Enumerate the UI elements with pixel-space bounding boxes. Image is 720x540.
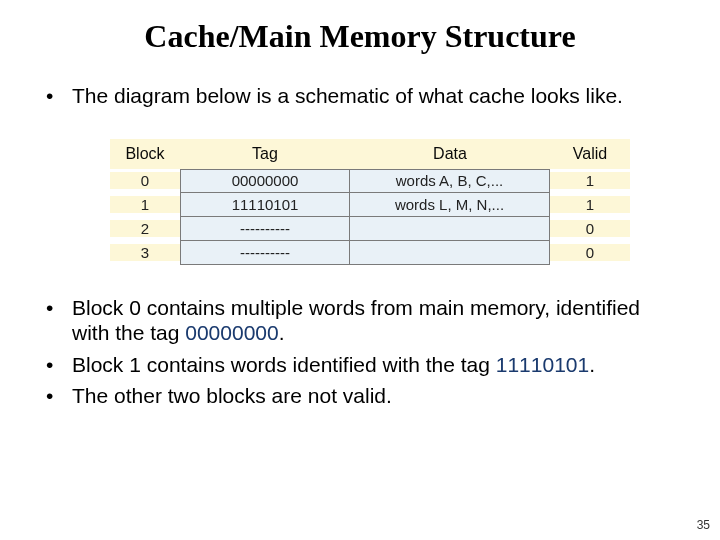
- note-text: Block 0 contains multiple words from mai…: [72, 296, 640, 345]
- intro-list: The diagram below is a schematic of what…: [40, 83, 680, 109]
- cell-tag: ----------: [180, 241, 350, 265]
- cell-data: [350, 217, 550, 241]
- cell-block: 0: [110, 172, 180, 189]
- cell-block: 3: [110, 244, 180, 261]
- slide-number: 35: [697, 518, 710, 532]
- cell-valid: 0: [550, 220, 630, 237]
- note-text: .: [589, 353, 595, 376]
- cell-tag: 00000000: [180, 169, 350, 193]
- cell-valid: 1: [550, 196, 630, 213]
- header-data: Data: [350, 145, 550, 163]
- table-row: 1 11110101 words L, M, N,... 1: [110, 193, 630, 217]
- cell-data: [350, 241, 550, 265]
- notes-list: Block 0 contains multiple words from mai…: [40, 295, 680, 409]
- note-text: Block 1 contains words identified with t…: [72, 353, 496, 376]
- intro-bullet: The diagram below is a schematic of what…: [40, 83, 680, 109]
- tag-literal: 00000000: [185, 321, 278, 344]
- cell-valid: 0: [550, 244, 630, 261]
- cell-data: words A, B, C,...: [350, 169, 550, 193]
- table-row: 3 ---------- 0: [110, 241, 630, 265]
- table-row: 0 00000000 words A, B, C,... 1: [110, 169, 630, 193]
- header-tag: Tag: [180, 145, 350, 163]
- cell-block: 1: [110, 196, 180, 213]
- note-bullet-2: The other two blocks are not valid.: [40, 383, 680, 409]
- note-bullet-1: Block 1 contains words identified with t…: [40, 352, 680, 378]
- cell-block: 2: [110, 220, 180, 237]
- slide-title: Cache/Main Memory Structure: [40, 18, 680, 55]
- header-block: Block: [110, 145, 180, 163]
- note-text: .: [279, 321, 285, 344]
- diagram-header-row: Block Tag Data Valid: [110, 139, 630, 169]
- cache-diagram: Block Tag Data Valid 0 00000000 words A,…: [110, 139, 630, 265]
- cell-data: words L, M, N,...: [350, 193, 550, 217]
- cell-tag: 11110101: [180, 193, 350, 217]
- table-row: 2 ---------- 0: [110, 217, 630, 241]
- cell-tag: ----------: [180, 217, 350, 241]
- note-bullet-0: Block 0 contains multiple words from mai…: [40, 295, 680, 346]
- header-valid: Valid: [550, 145, 630, 163]
- tag-literal: 11110101: [496, 353, 589, 376]
- cell-valid: 1: [550, 172, 630, 189]
